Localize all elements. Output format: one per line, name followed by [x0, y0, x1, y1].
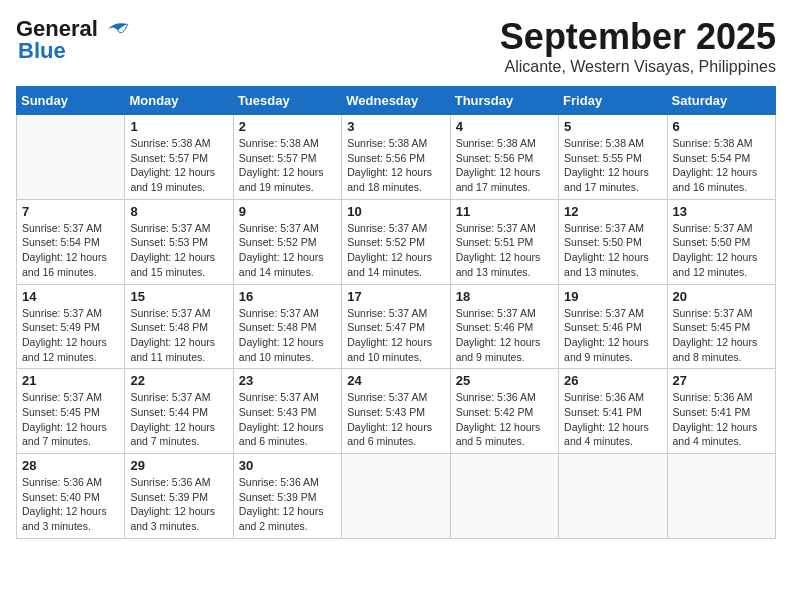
day-info: Sunrise: 5:37 AM Sunset: 5:45 PM Dayligh…: [673, 306, 770, 365]
day-number: 24: [347, 373, 444, 388]
day-info: Sunrise: 5:37 AM Sunset: 5:43 PM Dayligh…: [347, 390, 444, 449]
calendar-cell: 9Sunrise: 5:37 AM Sunset: 5:52 PM Daylig…: [233, 199, 341, 284]
calendar-cell: [450, 454, 558, 539]
day-number: 18: [456, 289, 553, 304]
day-number: 12: [564, 204, 661, 219]
day-info: Sunrise: 5:38 AM Sunset: 5:54 PM Dayligh…: [673, 136, 770, 195]
calendar-cell: 19Sunrise: 5:37 AM Sunset: 5:46 PM Dayli…: [559, 284, 667, 369]
day-header-thursday: Thursday: [450, 87, 558, 115]
day-number: 14: [22, 289, 119, 304]
day-info: Sunrise: 5:37 AM Sunset: 5:46 PM Dayligh…: [564, 306, 661, 365]
day-header-friday: Friday: [559, 87, 667, 115]
week-row-4: 21Sunrise: 5:37 AM Sunset: 5:45 PM Dayli…: [17, 369, 776, 454]
day-info: Sunrise: 5:38 AM Sunset: 5:55 PM Dayligh…: [564, 136, 661, 195]
logo-blue-text: Blue: [16, 38, 66, 64]
day-number: 9: [239, 204, 336, 219]
calendar-cell: 7Sunrise: 5:37 AM Sunset: 5:54 PM Daylig…: [17, 199, 125, 284]
week-row-5: 28Sunrise: 5:36 AM Sunset: 5:40 PM Dayli…: [17, 454, 776, 539]
month-title: September 2025: [500, 16, 776, 58]
location-title: Alicante, Western Visayas, Philippines: [500, 58, 776, 76]
calendar-cell: 12Sunrise: 5:37 AM Sunset: 5:50 PM Dayli…: [559, 199, 667, 284]
day-number: 8: [130, 204, 227, 219]
day-info: Sunrise: 5:37 AM Sunset: 5:48 PM Dayligh…: [239, 306, 336, 365]
calendar-cell: 13Sunrise: 5:37 AM Sunset: 5:50 PM Dayli…: [667, 199, 775, 284]
day-number: 3: [347, 119, 444, 134]
calendar-cell: [17, 115, 125, 200]
day-number: 17: [347, 289, 444, 304]
day-number: 5: [564, 119, 661, 134]
week-row-1: 1Sunrise: 5:38 AM Sunset: 5:57 PM Daylig…: [17, 115, 776, 200]
day-header-saturday: Saturday: [667, 87, 775, 115]
day-number: 4: [456, 119, 553, 134]
day-info: Sunrise: 5:37 AM Sunset: 5:49 PM Dayligh…: [22, 306, 119, 365]
calendar-cell: 26Sunrise: 5:36 AM Sunset: 5:41 PM Dayli…: [559, 369, 667, 454]
day-number: 20: [673, 289, 770, 304]
day-number: 25: [456, 373, 553, 388]
logo-bird-icon: [100, 19, 130, 39]
calendar-cell: 30Sunrise: 5:36 AM Sunset: 5:39 PM Dayli…: [233, 454, 341, 539]
day-info: Sunrise: 5:37 AM Sunset: 5:50 PM Dayligh…: [564, 221, 661, 280]
calendar-cell: 11Sunrise: 5:37 AM Sunset: 5:51 PM Dayli…: [450, 199, 558, 284]
day-info: Sunrise: 5:37 AM Sunset: 5:52 PM Dayligh…: [239, 221, 336, 280]
calendar-cell: 5Sunrise: 5:38 AM Sunset: 5:55 PM Daylig…: [559, 115, 667, 200]
calendar-cell: 4Sunrise: 5:38 AM Sunset: 5:56 PM Daylig…: [450, 115, 558, 200]
day-header-monday: Monday: [125, 87, 233, 115]
day-info: Sunrise: 5:37 AM Sunset: 5:53 PM Dayligh…: [130, 221, 227, 280]
day-number: 11: [456, 204, 553, 219]
day-info: Sunrise: 5:37 AM Sunset: 5:44 PM Dayligh…: [130, 390, 227, 449]
header: General Blue September 2025 Alicante, We…: [16, 16, 776, 76]
calendar-cell: 16Sunrise: 5:37 AM Sunset: 5:48 PM Dayli…: [233, 284, 341, 369]
day-number: 15: [130, 289, 227, 304]
day-info: Sunrise: 5:36 AM Sunset: 5:39 PM Dayligh…: [239, 475, 336, 534]
calendar-cell: 23Sunrise: 5:37 AM Sunset: 5:43 PM Dayli…: [233, 369, 341, 454]
day-info: Sunrise: 5:37 AM Sunset: 5:47 PM Dayligh…: [347, 306, 444, 365]
calendar-cell: 24Sunrise: 5:37 AM Sunset: 5:43 PM Dayli…: [342, 369, 450, 454]
calendar-cell: 25Sunrise: 5:36 AM Sunset: 5:42 PM Dayli…: [450, 369, 558, 454]
day-number: 10: [347, 204, 444, 219]
day-info: Sunrise: 5:37 AM Sunset: 5:45 PM Dayligh…: [22, 390, 119, 449]
calendar-cell: [667, 454, 775, 539]
day-header-sunday: Sunday: [17, 87, 125, 115]
logo: General Blue: [16, 16, 130, 64]
week-row-2: 7Sunrise: 5:37 AM Sunset: 5:54 PM Daylig…: [17, 199, 776, 284]
calendar-cell: 17Sunrise: 5:37 AM Sunset: 5:47 PM Dayli…: [342, 284, 450, 369]
calendar-cell: 29Sunrise: 5:36 AM Sunset: 5:39 PM Dayli…: [125, 454, 233, 539]
calendar-cell: 10Sunrise: 5:37 AM Sunset: 5:52 PM Dayli…: [342, 199, 450, 284]
calendar: SundayMondayTuesdayWednesdayThursdayFrid…: [16, 86, 776, 539]
day-number: 19: [564, 289, 661, 304]
day-info: Sunrise: 5:37 AM Sunset: 5:52 PM Dayligh…: [347, 221, 444, 280]
day-info: Sunrise: 5:37 AM Sunset: 5:50 PM Dayligh…: [673, 221, 770, 280]
calendar-cell: 20Sunrise: 5:37 AM Sunset: 5:45 PM Dayli…: [667, 284, 775, 369]
calendar-cell: 3Sunrise: 5:38 AM Sunset: 5:56 PM Daylig…: [342, 115, 450, 200]
day-info: Sunrise: 5:38 AM Sunset: 5:56 PM Dayligh…: [347, 136, 444, 195]
day-number: 13: [673, 204, 770, 219]
day-number: 1: [130, 119, 227, 134]
day-number: 21: [22, 373, 119, 388]
day-number: 26: [564, 373, 661, 388]
day-info: Sunrise: 5:37 AM Sunset: 5:43 PM Dayligh…: [239, 390, 336, 449]
week-row-3: 14Sunrise: 5:37 AM Sunset: 5:49 PM Dayli…: [17, 284, 776, 369]
day-header-wednesday: Wednesday: [342, 87, 450, 115]
day-number: 23: [239, 373, 336, 388]
day-info: Sunrise: 5:38 AM Sunset: 5:57 PM Dayligh…: [130, 136, 227, 195]
calendar-cell: 1Sunrise: 5:38 AM Sunset: 5:57 PM Daylig…: [125, 115, 233, 200]
day-info: Sunrise: 5:37 AM Sunset: 5:51 PM Dayligh…: [456, 221, 553, 280]
calendar-cell: 22Sunrise: 5:37 AM Sunset: 5:44 PM Dayli…: [125, 369, 233, 454]
day-number: 7: [22, 204, 119, 219]
day-info: Sunrise: 5:38 AM Sunset: 5:57 PM Dayligh…: [239, 136, 336, 195]
day-info: Sunrise: 5:36 AM Sunset: 5:41 PM Dayligh…: [673, 390, 770, 449]
day-info: Sunrise: 5:36 AM Sunset: 5:42 PM Dayligh…: [456, 390, 553, 449]
day-info: Sunrise: 5:38 AM Sunset: 5:56 PM Dayligh…: [456, 136, 553, 195]
calendar-cell: 18Sunrise: 5:37 AM Sunset: 5:46 PM Dayli…: [450, 284, 558, 369]
day-header-tuesday: Tuesday: [233, 87, 341, 115]
day-info: Sunrise: 5:37 AM Sunset: 5:54 PM Dayligh…: [22, 221, 119, 280]
day-number: 28: [22, 458, 119, 473]
calendar-cell: [559, 454, 667, 539]
calendar-cell: 27Sunrise: 5:36 AM Sunset: 5:41 PM Dayli…: [667, 369, 775, 454]
day-number: 29: [130, 458, 227, 473]
day-number: 27: [673, 373, 770, 388]
day-info: Sunrise: 5:37 AM Sunset: 5:48 PM Dayligh…: [130, 306, 227, 365]
day-number: 2: [239, 119, 336, 134]
day-number: 6: [673, 119, 770, 134]
day-info: Sunrise: 5:36 AM Sunset: 5:41 PM Dayligh…: [564, 390, 661, 449]
